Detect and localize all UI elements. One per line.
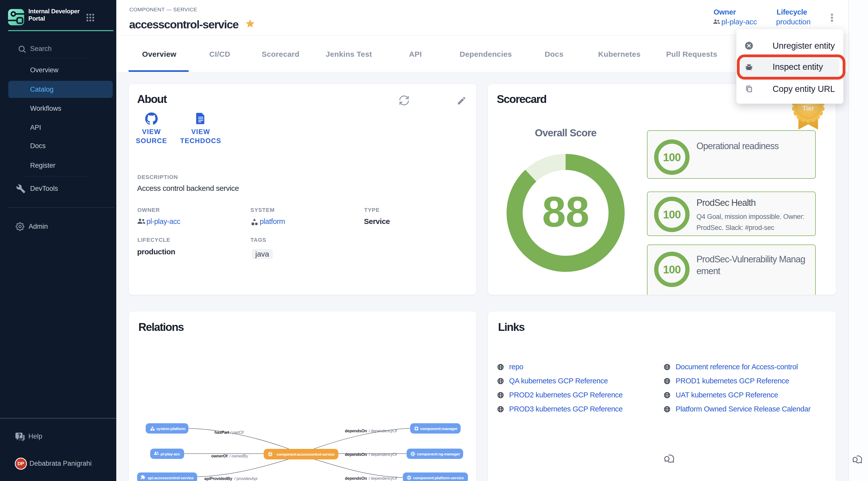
svg-text:ownerOf: ownerOf [211, 454, 228, 458]
svg-text:dependsOn: dependsOn [345, 428, 367, 433]
svg-text:100: 100 [663, 263, 681, 276]
svg-text:api:accesscontrol-service: api:accesscontrol-service [148, 476, 194, 480]
svg-text:/ ownedBy: / ownedBy [229, 454, 248, 458]
svg-text:component:platform-service: component:platform-service [413, 476, 464, 480]
svg-text:system:platform: system:platform [156, 426, 185, 431]
svg-text:apiProvidedBy: apiProvidedBy [204, 476, 232, 481]
svg-text:/ partOf: / partOf [230, 430, 244, 435]
svg-text:88: 88 [542, 188, 589, 235]
svg-text:/ dependencyOf: / dependencyOf [369, 428, 397, 433]
svg-text:Tier: Tier [802, 105, 814, 112]
svg-text:/ dependencyOf: / dependencyOf [369, 452, 397, 457]
svg-text:pl-play-acc: pl-play-acc [160, 452, 180, 456]
svg-text:hasPart: hasPart [215, 430, 229, 435]
svg-text:component:ng-manager: component:ng-manager [417, 452, 460, 456]
svg-text:component:manager: component:manager [420, 426, 457, 431]
svg-text:/ providesApi: / providesApi [234, 476, 257, 481]
svg-text:100: 100 [663, 209, 681, 221]
svg-text:100: 100 [663, 151, 681, 163]
svg-text:/ dependencyOf: / dependencyOf [369, 476, 397, 481]
svg-text:dependsOn: dependsOn [345, 476, 367, 481]
svg-text:dependsOn: dependsOn [345, 452, 367, 457]
svg-text:component:accesscontrol-servic: component:accesscontrol-service [277, 452, 335, 456]
